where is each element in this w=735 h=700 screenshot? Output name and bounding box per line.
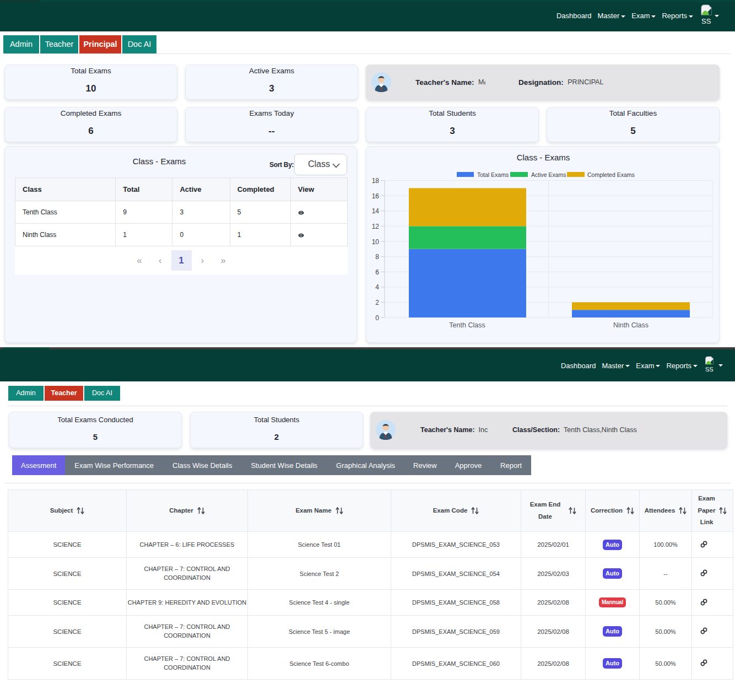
svg-text:8: 8 <box>375 253 379 261</box>
svg-text:Class - Exams: Class - Exams <box>517 153 570 162</box>
svg-text:Active Exams: Active Exams <box>531 171 566 178</box>
svg-text:Ninth Class: Ninth Class <box>613 321 648 329</box>
svg-text:18: 18 <box>372 177 380 185</box>
svg-text:Total Exams: Total Exams <box>477 171 509 178</box>
svg-text:Tenth Class: Tenth Class <box>449 321 485 329</box>
svg-text:0: 0 <box>375 314 379 322</box>
svg-text:16: 16 <box>372 192 380 200</box>
svg-text:4: 4 <box>375 283 379 291</box>
svg-text:6: 6 <box>375 268 379 276</box>
svg-text:2: 2 <box>375 299 379 306</box>
svg-text:12: 12 <box>372 223 380 230</box>
svg-text:10: 10 <box>372 238 380 246</box>
svg-text:14: 14 <box>372 207 380 215</box>
svg-text:Completed Exams: Completed Exams <box>587 171 635 178</box>
